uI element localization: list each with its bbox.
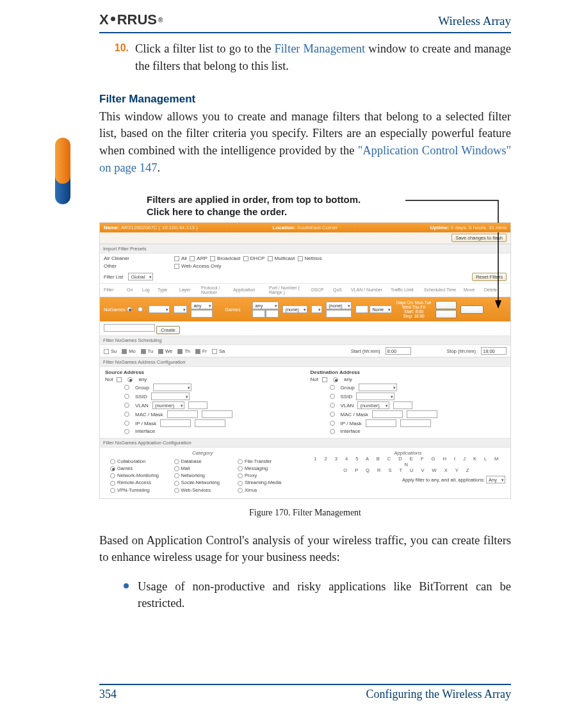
row-log-radio[interactable]: [138, 307, 143, 312]
apps-row1[interactable]: 1 2 3 4 5 A B C D E F G H I J K L M N: [311, 456, 506, 467]
cat-net[interactable]: [174, 473, 179, 478]
src-any-radio[interactable]: [127, 377, 133, 382]
chk-th[interactable]: [177, 349, 183, 354]
cat-stream[interactable]: [238, 481, 243, 486]
src-vlan-num[interactable]: [188, 401, 207, 409]
row-traffic-sel[interactable]: None: [370, 305, 392, 313]
chk-mo[interactable]: [122, 349, 127, 354]
src-vlan-sel[interactable]: (number): [152, 401, 184, 409]
row-vlan[interactable]: (none): [326, 302, 352, 309]
chk-sa[interactable]: [212, 349, 217, 354]
chk-broadcast[interactable]: [210, 256, 215, 261]
chk-web[interactable]: [174, 264, 179, 269]
row-layer[interactable]: 3: [174, 305, 187, 313]
chk-netbios[interactable]: [298, 256, 303, 261]
row-delete-button[interactable]: Delete: [460, 305, 484, 314]
lbl-bcast: Broadcast: [217, 255, 240, 261]
save-button[interactable]: Save changes to flash: [451, 234, 507, 242]
src-group-radio[interactable]: [124, 385, 129, 390]
lbl-su: Su: [111, 348, 117, 354]
dst-group-radio[interactable]: [330, 385, 335, 390]
filter-list-select[interactable]: Global: [128, 273, 153, 280]
chk-fr[interactable]: [195, 349, 200, 354]
dst-mac-a[interactable]: [372, 410, 403, 418]
chk-multicast[interactable]: [268, 256, 273, 261]
src-vlan-radio[interactable]: [124, 403, 129, 408]
chk-all[interactable]: [174, 256, 179, 261]
dst-group-sel[interactable]: [359, 384, 397, 391]
cat-xirrus[interactable]: [238, 488, 243, 493]
cat-collab[interactable]: [110, 459, 115, 464]
dst-mac-b[interactable]: [407, 410, 437, 418]
cat-db[interactable]: [174, 459, 179, 464]
dst-mac-radio[interactable]: [330, 412, 335, 417]
chk-arp[interactable]: [190, 256, 195, 261]
src-col: Source Address Not any Group SSID VLAN (…: [100, 367, 305, 438]
cat-vpn[interactable]: [110, 488, 115, 493]
src-not-chk[interactable]: [117, 377, 122, 382]
cat-mail[interactable]: [174, 466, 179, 471]
dst-not-chk[interactable]: [322, 377, 327, 382]
row-on-radio[interactable]: [127, 307, 132, 312]
new-filter-name-input[interactable]: [104, 324, 155, 332]
cat-websvc[interactable]: [174, 488, 179, 493]
dst-vlan-sel[interactable]: (number): [357, 401, 389, 409]
row-type[interactable]: deny: [149, 305, 170, 313]
src-mac-a[interactable]: [167, 410, 198, 418]
src-ip-a[interactable]: [160, 419, 191, 427]
row-dscp[interactable]: (none): [282, 305, 307, 313]
dst-ip-b[interactable]: [400, 419, 431, 427]
fig-title-bar: Name: AR312802067C ( 10.100.44.113 ) Loc…: [100, 223, 510, 232]
dst-vlan-num[interactable]: [393, 401, 412, 409]
cat-games[interactable]: [110, 466, 115, 471]
page-body: 10. Click a filter list to go to the Fil…: [99, 40, 511, 667]
chk-dhcp[interactable]: [243, 256, 248, 261]
src-group-sel[interactable]: [153, 384, 191, 391]
row-proto[interactable]: any: [191, 302, 213, 309]
row-traffic-box[interactable]: [355, 305, 368, 313]
col-port: Port / Number ( Range ): [269, 286, 307, 295]
src-mac-radio[interactable]: [124, 412, 129, 417]
start-input[interactable]: 8:00: [386, 347, 411, 355]
create-button[interactable]: Create: [156, 326, 180, 334]
dst-ssid-sel[interactable]: [356, 392, 394, 400]
stop-input[interactable]: 18:00: [481, 347, 507, 355]
row-qos[interactable]: [311, 305, 322, 313]
row-port-b[interactable]: [266, 310, 279, 318]
src-ip-b[interactable]: [195, 419, 225, 427]
dst-any-radio[interactable]: [333, 377, 338, 382]
apps-any-select[interactable]: Any: [486, 476, 505, 483]
row-proto-num[interactable]: [191, 310, 213, 318]
cat-remote[interactable]: [110, 481, 115, 486]
cat-ft[interactable]: [238, 459, 243, 464]
src-mac-b[interactable]: [202, 410, 232, 418]
row-port-a[interactable]: [252, 310, 265, 318]
move-down-button[interactable]: Down: [435, 310, 457, 318]
dst-ip-a[interactable]: [366, 419, 396, 427]
src-ssid-radio[interactable]: [124, 394, 129, 399]
row-vlan-num[interactable]: [326, 310, 352, 318]
figure-annotation: Filters are applied in order, from top t…: [147, 193, 511, 218]
move-up-button[interactable]: Up: [435, 301, 457, 309]
lbl-vpn: VPN-Tunneling: [117, 487, 150, 493]
row-port[interactable]: any: [252, 302, 279, 309]
lbl-mo: Mo: [129, 348, 135, 354]
src-ip-radio[interactable]: [124, 421, 129, 426]
dst-ip-radio[interactable]: [330, 421, 335, 426]
step-link[interactable]: Filter Management: [274, 42, 365, 55]
cat-netmon[interactable]: [110, 473, 115, 478]
dst-vlan-radio[interactable]: [330, 403, 335, 408]
apps-row2[interactable]: O P Q R S T U V W X Y Z: [311, 467, 506, 473]
dst-ssid-radio[interactable]: [330, 394, 335, 399]
chk-tu[interactable]: [141, 349, 146, 354]
cat-proxy[interactable]: [238, 473, 243, 478]
dst-iface: Interface: [341, 428, 361, 434]
cat-social[interactable]: [174, 481, 179, 486]
src-ssid-sel[interactable]: [151, 392, 190, 400]
src-iface-radio[interactable]: [124, 429, 129, 434]
cat-msg[interactable]: [238, 466, 243, 471]
chk-we[interactable]: [158, 349, 163, 354]
reset-filters-button[interactable]: Reset Filters: [472, 273, 507, 281]
dst-iface-radio[interactable]: [330, 429, 335, 434]
chk-su[interactable]: [104, 349, 109, 354]
